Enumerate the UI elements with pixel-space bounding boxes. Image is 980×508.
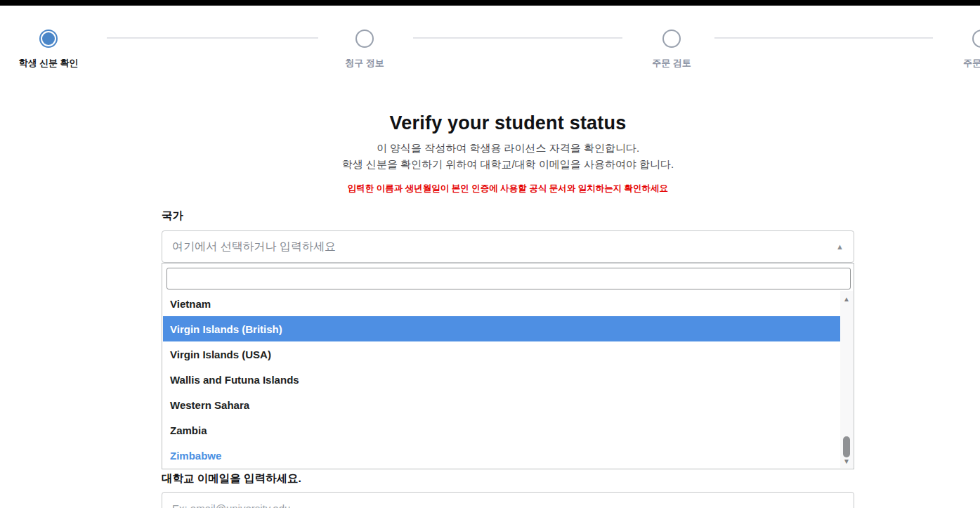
- country-select[interactable]: 여기에서 선택하거나 입력하세요 ▲: [162, 230, 854, 263]
- university-email-input[interactable]: [162, 492, 854, 508]
- country-option[interactable]: Vietnam: [163, 291, 840, 316]
- step-indicator-active: [39, 30, 58, 48]
- form-content: Verify your student status 이 양식을 작성하여 학생…: [162, 0, 854, 508]
- student-verification-page: 학생 신분 확인 청구 정보 주문 검토 주문 Verify your stud…: [0, 0, 980, 508]
- country-option[interactable]: Wallis and Futuna Islands: [163, 367, 840, 392]
- country-option[interactable]: Western Sahara: [163, 392, 840, 417]
- country-option[interactable]: Zambia: [163, 417, 840, 443]
- country-options-list: Vietnam Virgin Islands (British) Virgin …: [163, 291, 840, 468]
- triangle-up-icon: ▲: [843, 295, 850, 303]
- scrollbar[interactable]: ▲ ▼: [840, 291, 853, 468]
- warning-text: 입력한 이름과 생년월일이 본인 인증에 사용할 공식 문서와 일치하는지 확인…: [162, 183, 854, 195]
- step-label: 주문: [963, 57, 980, 70]
- country-label: 국가: [162, 209, 183, 223]
- country-option[interactable]: Virgin Islands (USA): [163, 341, 840, 367]
- subtitle-line: 학생 신분을 확인하기 위하여 대학교/대학 이메일을 사용하여야 합니다.: [162, 156, 854, 172]
- subtitle-line: 이 양식을 작성하여 학생용 라이선스 자격을 확인합니다.: [162, 140, 854, 156]
- country-dropdown: Vietnam Virgin Islands (British) Virgin …: [162, 263, 854, 469]
- country-option[interactable]: Zimbabwe: [163, 443, 840, 468]
- step-label: 학생 신분 확인: [18, 57, 78, 70]
- page-title: Verify your student status: [162, 112, 854, 134]
- chevron-up-icon[interactable]: ▲: [836, 243, 844, 251]
- country-search-input[interactable]: [166, 268, 851, 289]
- triangle-down-icon: ▼: [843, 457, 850, 465]
- subtitle: 이 양식을 작성하여 학생용 라이선스 자격을 확인합니다. 학생 신분을 확인…: [162, 140, 854, 172]
- step-indicator: [972, 30, 980, 48]
- scrollbar-down-button[interactable]: ▼: [840, 456, 853, 467]
- country-option-highlighted[interactable]: Virgin Islands (British): [163, 316, 840, 341]
- country-select-placeholder: 여기에서 선택하거나 입력하세요: [172, 240, 336, 254]
- university-email-label: 대학교 이메일을 입력하세요.: [162, 471, 301, 486]
- scrollbar-up-button[interactable]: ▲: [840, 294, 853, 304]
- scrollbar-thumb[interactable]: [843, 436, 850, 457]
